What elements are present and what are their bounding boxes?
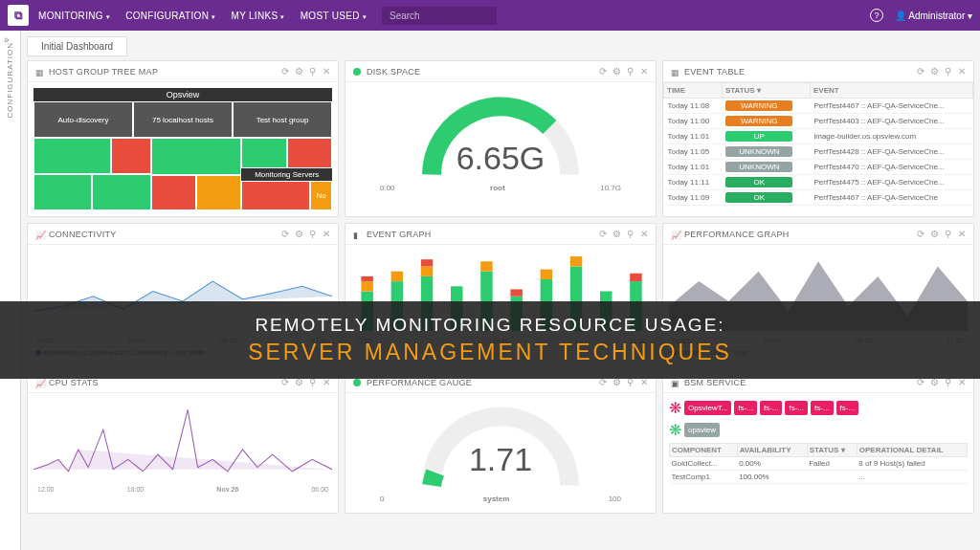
link-icon[interactable]: ⚲ — [309, 66, 316, 77]
svg-rect-16 — [570, 256, 582, 266]
grid-icon — [35, 68, 43, 76]
panel-disk: DISK SPACE⟳⚙⚲✕ 6.65G 0.00root10.7G — [345, 60, 657, 217]
gauge-disk: 6.65G 0.00root10.7G — [351, 88, 650, 210]
nav-configuration[interactable]: CONFIGURATION — [125, 11, 215, 21]
sidebar-tab[interactable]: CONFIGURATION — [6, 42, 14, 119]
user-menu[interactable]: 👤 Administrator ▾ — [895, 11, 972, 21]
svg-rect-2 — [361, 276, 372, 281]
bsm-nodes[interactable]: ❋ OpsviewT... fs-... fs-... fs-... fs-..… — [669, 399, 968, 417]
treemap[interactable]: Opsview Auto-discovery 75 localhost host… — [33, 88, 332, 210]
refresh-icon[interactable]: ⟳ — [917, 66, 924, 77]
gear-icon[interactable]: ⚙ — [295, 66, 303, 77]
event-table[interactable]: TIMESTATUS ▾EVENT Today 11:08WARNINGPerf… — [663, 82, 973, 206]
svg-rect-10 — [480, 261, 492, 271]
gauge-perf: 1.71 0system100 — [351, 399, 650, 507]
gear-icon[interactable]: ⚙ — [612, 66, 621, 77]
logo-icon[interactable]: ⧉ — [8, 5, 29, 26]
panel-events: EVENT TABLE⟳⚙⚲✕ TIMESTATUS ▾EVENT Today … — [662, 60, 974, 217]
svg-rect-19 — [630, 274, 641, 281]
cpu-chart — [33, 399, 332, 480]
svg-rect-4 — [391, 272, 403, 281]
search-input[interactable] — [382, 7, 497, 25]
title-overlay: REMOTELY MONITORING RESOURCE USAGE: SERV… — [0, 282, 980, 397]
close-icon[interactable]: ✕ — [640, 66, 648, 77]
dot-icon — [353, 68, 361, 76]
svg-rect-14 — [541, 270, 552, 279]
panel-treemap: HOST GROUP TREE MAP⟳⚙⚲✕ Opsview Auto-dis… — [27, 60, 339, 217]
chart-icon: 📈 — [671, 231, 679, 238]
bsm-table[interactable]: COMPONENTAVAILABILITYSTATUS ▾OPERATIONAL… — [669, 443, 968, 484]
link-icon[interactable]: ⚲ — [945, 66, 951, 77]
help-icon[interactable]: ? — [870, 9, 883, 22]
close-icon[interactable]: ✕ — [323, 66, 330, 77]
chart-icon: 📈 — [35, 231, 43, 238]
refresh-icon[interactable]: ⟳ — [281, 66, 289, 77]
list-icon — [671, 68, 679, 76]
svg-rect-6 — [421, 267, 433, 276]
bars-icon: ▮ — [353, 231, 361, 238]
refresh-icon[interactable]: ⟳ — [599, 66, 607, 77]
svg-rect-7 — [421, 259, 433, 266]
gear-icon[interactable]: ⚙ — [930, 66, 939, 77]
link-icon[interactable]: ⚲ — [627, 66, 634, 77]
nav-mylinks[interactable]: MY LINKS — [232, 11, 285, 21]
nav-mostused[interactable]: MOST USED — [301, 11, 367, 21]
nav-monitoring[interactable]: MONITORING — [38, 11, 110, 21]
dashboard-tab[interactable]: Initial Dashboard — [27, 36, 127, 56]
close-icon[interactable]: ✕ — [958, 66, 966, 77]
top-nav: ⧉ MONITORING CONFIGURATION MY LINKS MOST… — [0, 0, 980, 31]
